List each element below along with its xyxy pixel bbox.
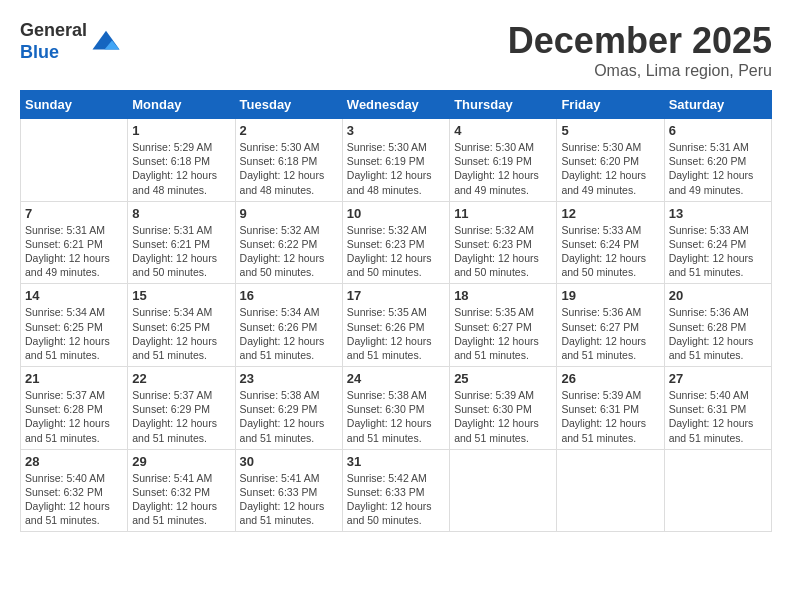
weekday-friday: Friday <box>557 91 664 119</box>
logo-text: General Blue <box>20 20 121 63</box>
day-cell: 17Sunrise: 5:35 AM Sunset: 6:26 PM Dayli… <box>342 284 449 367</box>
day-number: 12 <box>561 206 659 221</box>
day-number: 17 <box>347 288 445 303</box>
day-info: Sunrise: 5:31 AM Sunset: 6:21 PM Dayligh… <box>132 223 230 280</box>
day-number: 8 <box>132 206 230 221</box>
day-number: 13 <box>669 206 767 221</box>
weekday-wednesday: Wednesday <box>342 91 449 119</box>
day-info: Sunrise: 5:36 AM Sunset: 6:27 PM Dayligh… <box>561 305 659 362</box>
day-cell: 9Sunrise: 5:32 AM Sunset: 6:22 PM Daylig… <box>235 201 342 284</box>
day-number: 26 <box>561 371 659 386</box>
day-cell: 4Sunrise: 5:30 AM Sunset: 6:19 PM Daylig… <box>450 119 557 202</box>
weekday-sunday: Sunday <box>21 91 128 119</box>
day-cell: 19Sunrise: 5:36 AM Sunset: 6:27 PM Dayli… <box>557 284 664 367</box>
day-number: 16 <box>240 288 338 303</box>
day-cell: 18Sunrise: 5:35 AM Sunset: 6:27 PM Dayli… <box>450 284 557 367</box>
day-number: 11 <box>454 206 552 221</box>
week-row-5: 28Sunrise: 5:40 AM Sunset: 6:32 PM Dayli… <box>21 449 772 532</box>
day-info: Sunrise: 5:31 AM Sunset: 6:20 PM Dayligh… <box>669 140 767 197</box>
day-cell <box>664 449 771 532</box>
day-number: 23 <box>240 371 338 386</box>
calendar-table: SundayMondayTuesdayWednesdayThursdayFrid… <box>20 90 772 532</box>
main-title: December 2025 <box>508 20 772 62</box>
day-cell: 1Sunrise: 5:29 AM Sunset: 6:18 PM Daylig… <box>128 119 235 202</box>
day-number: 21 <box>25 371 123 386</box>
day-info: Sunrise: 5:30 AM Sunset: 6:19 PM Dayligh… <box>347 140 445 197</box>
day-info: Sunrise: 5:35 AM Sunset: 6:26 PM Dayligh… <box>347 305 445 362</box>
day-number: 10 <box>347 206 445 221</box>
day-number: 30 <box>240 454 338 469</box>
logo-blue: Blue <box>20 42 59 62</box>
day-cell: 26Sunrise: 5:39 AM Sunset: 6:31 PM Dayli… <box>557 367 664 450</box>
day-info: Sunrise: 5:33 AM Sunset: 6:24 PM Dayligh… <box>669 223 767 280</box>
day-info: Sunrise: 5:37 AM Sunset: 6:29 PM Dayligh… <box>132 388 230 445</box>
day-number: 6 <box>669 123 767 138</box>
day-number: 29 <box>132 454 230 469</box>
day-number: 3 <box>347 123 445 138</box>
day-cell: 20Sunrise: 5:36 AM Sunset: 6:28 PM Dayli… <box>664 284 771 367</box>
day-number: 28 <box>25 454 123 469</box>
page-header: General Blue December 2025 Omas, Lima re… <box>20 20 772 80</box>
day-number: 9 <box>240 206 338 221</box>
week-row-4: 21Sunrise: 5:37 AM Sunset: 6:28 PM Dayli… <box>21 367 772 450</box>
day-info: Sunrise: 5:36 AM Sunset: 6:28 PM Dayligh… <box>669 305 767 362</box>
week-row-1: 1Sunrise: 5:29 AM Sunset: 6:18 PM Daylig… <box>21 119 772 202</box>
day-info: Sunrise: 5:34 AM Sunset: 6:25 PM Dayligh… <box>132 305 230 362</box>
weekday-tuesday: Tuesday <box>235 91 342 119</box>
day-number: 5 <box>561 123 659 138</box>
day-cell: 3Sunrise: 5:30 AM Sunset: 6:19 PM Daylig… <box>342 119 449 202</box>
day-info: Sunrise: 5:37 AM Sunset: 6:28 PM Dayligh… <box>25 388 123 445</box>
day-info: Sunrise: 5:40 AM Sunset: 6:31 PM Dayligh… <box>669 388 767 445</box>
day-info: Sunrise: 5:30 AM Sunset: 6:18 PM Dayligh… <box>240 140 338 197</box>
weekday-row: SundayMondayTuesdayWednesdayThursdayFrid… <box>21 91 772 119</box>
logo-general: General <box>20 20 87 40</box>
day-cell: 16Sunrise: 5:34 AM Sunset: 6:26 PM Dayli… <box>235 284 342 367</box>
weekday-monday: Monday <box>128 91 235 119</box>
day-cell: 6Sunrise: 5:31 AM Sunset: 6:20 PM Daylig… <box>664 119 771 202</box>
day-cell: 14Sunrise: 5:34 AM Sunset: 6:25 PM Dayli… <box>21 284 128 367</box>
day-cell: 10Sunrise: 5:32 AM Sunset: 6:23 PM Dayli… <box>342 201 449 284</box>
day-info: Sunrise: 5:30 AM Sunset: 6:20 PM Dayligh… <box>561 140 659 197</box>
day-number: 27 <box>669 371 767 386</box>
day-cell <box>557 449 664 532</box>
day-number: 7 <box>25 206 123 221</box>
day-info: Sunrise: 5:39 AM Sunset: 6:30 PM Dayligh… <box>454 388 552 445</box>
day-number: 2 <box>240 123 338 138</box>
day-info: Sunrise: 5:32 AM Sunset: 6:22 PM Dayligh… <box>240 223 338 280</box>
day-cell: 30Sunrise: 5:41 AM Sunset: 6:33 PM Dayli… <box>235 449 342 532</box>
day-cell <box>450 449 557 532</box>
day-info: Sunrise: 5:32 AM Sunset: 6:23 PM Dayligh… <box>454 223 552 280</box>
day-cell: 15Sunrise: 5:34 AM Sunset: 6:25 PM Dayli… <box>128 284 235 367</box>
week-row-3: 14Sunrise: 5:34 AM Sunset: 6:25 PM Dayli… <box>21 284 772 367</box>
day-info: Sunrise: 5:34 AM Sunset: 6:26 PM Dayligh… <box>240 305 338 362</box>
title-block: December 2025 Omas, Lima region, Peru <box>508 20 772 80</box>
day-info: Sunrise: 5:34 AM Sunset: 6:25 PM Dayligh… <box>25 305 123 362</box>
week-row-2: 7Sunrise: 5:31 AM Sunset: 6:21 PM Daylig… <box>21 201 772 284</box>
logo: General Blue <box>20 20 121 63</box>
day-number: 14 <box>25 288 123 303</box>
day-info: Sunrise: 5:33 AM Sunset: 6:24 PM Dayligh… <box>561 223 659 280</box>
day-info: Sunrise: 5:39 AM Sunset: 6:31 PM Dayligh… <box>561 388 659 445</box>
day-cell <box>21 119 128 202</box>
day-cell: 5Sunrise: 5:30 AM Sunset: 6:20 PM Daylig… <box>557 119 664 202</box>
day-number: 1 <box>132 123 230 138</box>
day-number: 24 <box>347 371 445 386</box>
day-cell: 28Sunrise: 5:40 AM Sunset: 6:32 PM Dayli… <box>21 449 128 532</box>
subtitle: Omas, Lima region, Peru <box>508 62 772 80</box>
day-cell: 25Sunrise: 5:39 AM Sunset: 6:30 PM Dayli… <box>450 367 557 450</box>
day-number: 25 <box>454 371 552 386</box>
day-cell: 31Sunrise: 5:42 AM Sunset: 6:33 PM Dayli… <box>342 449 449 532</box>
day-cell: 13Sunrise: 5:33 AM Sunset: 6:24 PM Dayli… <box>664 201 771 284</box>
calendar-body: 1Sunrise: 5:29 AM Sunset: 6:18 PM Daylig… <box>21 119 772 532</box>
day-number: 19 <box>561 288 659 303</box>
day-info: Sunrise: 5:40 AM Sunset: 6:32 PM Dayligh… <box>25 471 123 528</box>
weekday-saturday: Saturday <box>664 91 771 119</box>
day-cell: 8Sunrise: 5:31 AM Sunset: 6:21 PM Daylig… <box>128 201 235 284</box>
day-info: Sunrise: 5:42 AM Sunset: 6:33 PM Dayligh… <box>347 471 445 528</box>
day-cell: 29Sunrise: 5:41 AM Sunset: 6:32 PM Dayli… <box>128 449 235 532</box>
day-info: Sunrise: 5:32 AM Sunset: 6:23 PM Dayligh… <box>347 223 445 280</box>
day-number: 31 <box>347 454 445 469</box>
day-info: Sunrise: 5:35 AM Sunset: 6:27 PM Dayligh… <box>454 305 552 362</box>
day-info: Sunrise: 5:31 AM Sunset: 6:21 PM Dayligh… <box>25 223 123 280</box>
day-number: 4 <box>454 123 552 138</box>
